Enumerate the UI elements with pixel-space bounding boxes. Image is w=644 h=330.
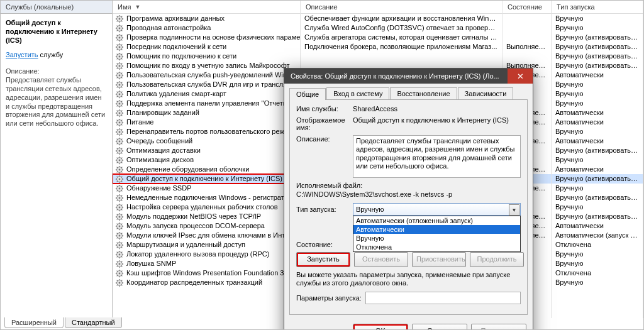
service-row-startup[interactable]: Отключена bbox=[552, 240, 643, 250]
service-row-startup[interactable]: Вручную bbox=[552, 259, 643, 268]
service-row-startup[interactable]: Вручную bbox=[552, 127, 643, 136]
service-row-startup[interactable]: Вручную (активировать з... bbox=[552, 212, 643, 221]
service-row-startup[interactable]: Вручную (активировать з... bbox=[552, 33, 643, 42]
dialog-tab-logon[interactable]: Вход в систему bbox=[326, 87, 389, 99]
column-header-startup[interactable]: Тип запуска bbox=[552, 1, 643, 14]
svg-point-171 bbox=[119, 178, 121, 180]
service-row-startup[interactable]: Вручную bbox=[552, 184, 643, 193]
service-row-startup[interactable]: Вручную bbox=[552, 250, 643, 259]
service-row-name[interactable]: Пользовательская служба DVR для игр и тр… bbox=[113, 80, 300, 89]
service-row-state[interactable]: Выполняется bbox=[502, 42, 551, 52]
service-row-name[interactable]: Локатор удаленного вызова процедур (RPC) bbox=[113, 250, 300, 259]
service-row-startup[interactable]: Вручную (активировать з... bbox=[552, 193, 643, 202]
svg-line-217 bbox=[121, 219, 122, 219]
dialog-tab-general[interactable]: Общие bbox=[289, 88, 326, 100]
service-action-row: Запустить службу bbox=[6, 51, 107, 58]
startup-option[interactable]: Автоматически bbox=[353, 225, 520, 234]
service-row-startup[interactable]: Вручную (активировать з... bbox=[552, 42, 643, 52]
service-row-startup[interactable]: Вручную bbox=[552, 99, 643, 108]
service-row-startup[interactable]: Автоматически bbox=[552, 70, 643, 80]
service-row-name[interactable]: Перенаправитель портов пользовательского… bbox=[113, 127, 300, 136]
service-row-startup[interactable]: Автоматически bbox=[552, 108, 643, 118]
startup-option[interactable]: Вручную bbox=[353, 234, 520, 243]
service-row-startup[interactable]: Вручную bbox=[552, 278, 643, 287]
service-row-startup[interactable]: Автоматически bbox=[552, 118, 643, 127]
startup-type-select[interactable]: Вручную ▼ Автоматически (отложенный запу… bbox=[353, 203, 521, 216]
service-row-name[interactable]: Кэш шрифтов Windows Presentation Foundat… bbox=[113, 268, 300, 278]
service-row-desc[interactable] bbox=[301, 52, 502, 61]
service-row-startup[interactable]: Вручную bbox=[552, 23, 643, 33]
service-row-name[interactable]: Настройка сервера удаленных рабочих стол… bbox=[113, 202, 300, 212]
start-service-link[interactable]: Запустить bbox=[6, 51, 38, 58]
service-row-name[interactable]: Обнаружение SSDP bbox=[113, 184, 300, 193]
svg-line-27 bbox=[121, 40, 122, 40]
ok-button[interactable]: OK bbox=[353, 324, 408, 330]
service-row-name[interactable]: Программа архивации данных bbox=[113, 14, 300, 23]
description-textarea[interactable]: Предоставляет службы трансляции сетевых … bbox=[353, 135, 521, 178]
service-row-startup[interactable]: Вручную bbox=[552, 14, 643, 23]
service-row-startup[interactable]: Автоматически (запуск п... bbox=[552, 231, 643, 240]
service-row-desc[interactable]: Служба агрегатора системы, которая оцени… bbox=[301, 33, 502, 42]
column-header-description[interactable]: Описание bbox=[301, 1, 502, 14]
service-row-name[interactable]: Планировщик заданий bbox=[113, 108, 300, 118]
service-row-name[interactable]: Очередь сообщений bbox=[113, 136, 300, 146]
dialog-titlebar[interactable]: Свойства: Общий доступ к подключению к И… bbox=[284, 69, 533, 84]
service-row-name[interactable]: Координатор распределенных транзакций bbox=[113, 278, 300, 287]
service-row-name[interactable]: Модуль поддержки NetBIOS через TCP/IP bbox=[113, 212, 300, 221]
start-button[interactable]: Запустить bbox=[296, 252, 350, 267]
startup-type-dropdown[interactable]: Автоматически (отложенный запуск)Автомат… bbox=[353, 216, 521, 252]
cancel-button[interactable]: Отмена bbox=[412, 324, 467, 330]
service-row-startup[interactable]: Вручную bbox=[552, 202, 643, 212]
service-row-startup[interactable]: Автоматически bbox=[552, 221, 643, 231]
service-row-name[interactable]: Оптимизация доставки bbox=[113, 146, 300, 155]
service-row-startup[interactable]: Вручную bbox=[552, 80, 643, 89]
service-row-name[interactable]: Модуль запуска процессов DCOM-сервера bbox=[113, 221, 300, 231]
service-row-startup[interactable]: Вручную bbox=[552, 155, 643, 165]
service-row-name[interactable]: Определение оборудования оболочки bbox=[113, 165, 300, 174]
service-row-name[interactable]: Модули ключей IPsec для обмена ключами в… bbox=[113, 231, 300, 240]
service-row-name[interactable]: Маршрутизация и удаленный доступ bbox=[113, 240, 300, 250]
service-row-name[interactable]: Проверка подлинности на основе физически… bbox=[113, 33, 300, 42]
tab-extended[interactable]: Расширенный bbox=[4, 317, 64, 328]
dialog-tab-recovery[interactable]: Восстановление bbox=[390, 87, 457, 99]
service-row-name[interactable]: Немедленные подключения Windows - регист… bbox=[113, 193, 300, 202]
service-row-state[interactable] bbox=[502, 52, 551, 61]
service-row-startup[interactable]: Вручную bbox=[552, 89, 643, 99]
service-row-state[interactable] bbox=[502, 33, 551, 42]
service-row-name[interactable]: Поддержка элемента панели управления "От… bbox=[113, 99, 300, 108]
column-header-name[interactable]: Имя ▼ bbox=[113, 1, 300, 14]
service-row-state[interactable] bbox=[502, 14, 551, 23]
gear-icon bbox=[115, 260, 124, 268]
gear-icon bbox=[115, 80, 124, 89]
startup-option[interactable]: Отключена bbox=[353, 243, 520, 251]
service-row-startup[interactable]: Вручную (активировать з... bbox=[552, 52, 643, 61]
column-header-state[interactable]: Состояние bbox=[502, 1, 551, 14]
service-row-startup[interactable]: Автоматически bbox=[552, 165, 643, 174]
service-row-name[interactable]: Проводная автонастройка bbox=[113, 23, 300, 33]
service-row-desc[interactable]: Подключения брокера, позволяющие приложе… bbox=[301, 42, 502, 52]
service-row-name[interactable]: Оптимизация дисков bbox=[113, 155, 300, 165]
service-row-name[interactable]: Политика удаления смарт-карт bbox=[113, 89, 300, 99]
start-params-input[interactable] bbox=[365, 292, 521, 304]
service-row-name[interactable]: Общий доступ к подключению к Интернету (… bbox=[113, 174, 300, 184]
service-row-desc[interactable]: Обеспечивает функции архивации и восстан… bbox=[301, 14, 502, 23]
service-row-startup[interactable]: Вручную (активировать з... bbox=[552, 146, 643, 155]
label-start-params: Параметры запуска: bbox=[296, 294, 365, 302]
service-row-startup[interactable]: Вручную (активировать з... bbox=[552, 61, 643, 70]
service-row-state[interactable] bbox=[502, 23, 551, 33]
gear-icon bbox=[115, 52, 124, 61]
service-row-startup[interactable]: Автоматически bbox=[552, 136, 643, 146]
tab-standard[interactable]: Стандартный bbox=[65, 317, 122, 328]
service-row-name[interactable]: Питание bbox=[113, 118, 300, 127]
service-row-name[interactable]: Пользовательская служба push-уведомлений… bbox=[113, 70, 300, 80]
dialog-close-button[interactable]: ✕ bbox=[508, 69, 533, 84]
startup-option[interactable]: Автоматически (отложенный запуск) bbox=[353, 216, 520, 225]
service-row-name[interactable]: Помощник по подключению к сети bbox=[113, 52, 300, 61]
service-row-name[interactable]: Помощник по входу в учетную запись Майкр… bbox=[113, 61, 300, 70]
dialog-tab-dependencies[interactable]: Зависимости bbox=[458, 87, 514, 99]
service-row-name[interactable]: Ловушка SNMP bbox=[113, 259, 300, 268]
service-row-startup[interactable]: Вручную (активировать з... bbox=[552, 174, 643, 184]
service-row-name[interactable]: Посредник подключений к сети bbox=[113, 42, 300, 52]
service-row-startup[interactable]: Отключена bbox=[552, 268, 643, 278]
service-row-desc[interactable]: Служба Wired AutoConfig (DOT3SVC) отвеча… bbox=[301, 23, 502, 33]
